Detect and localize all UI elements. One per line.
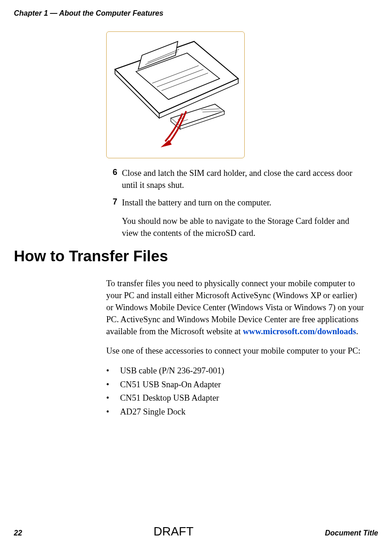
step-7: 7 Install the battery and turn on the co… [106, 197, 364, 209]
sim-card-figure [106, 31, 245, 158]
bullet-icon: • [106, 392, 120, 405]
section-heading: How to Transfer Files [14, 247, 378, 265]
microsoft-downloads-link[interactable]: www.microsoft.com/downloads [243, 327, 356, 336]
page-number: 22 [14, 529, 22, 537]
bullet-icon: • [106, 406, 120, 419]
page-header: Chapter 1 — About the Computer Features [14, 9, 378, 18]
step-number: 7 [106, 197, 117, 209]
step-number: 6 [106, 168, 117, 192]
page-footer: 22 DRAFT Document Title [14, 524, 378, 539]
step-follow-text: You should now be able to navigate to th… [122, 216, 364, 240]
sim-slot-illustration [110, 36, 241, 154]
para-text-post: . [356, 327, 358, 336]
list-item-label: CN51 USB Snap-On Adapter [120, 379, 221, 391]
document-title: Document Title [325, 529, 378, 537]
svg-line-3 [157, 69, 204, 87]
list-item-label: AD27 Single Dock [120, 406, 186, 419]
transfer-paragraph: To transfer files you need to physically… [106, 278, 364, 337]
microsd-card-icon [171, 104, 224, 129]
svg-line-2 [152, 66, 199, 83]
svg-line-4 [162, 73, 208, 90]
draft-watermark: DRAFT [153, 524, 193, 539]
list-item-label: CN51 Desktop USB Adapter [120, 392, 219, 405]
list-item: • AD27 Single Dock [106, 406, 364, 419]
bullet-icon: • [106, 379, 120, 391]
accessories-list: • USB cable (P/N 236-297-001) • CN51 USB… [106, 365, 364, 419]
list-item: • CN51 Desktop USB Adapter [106, 392, 364, 405]
accessories-intro: Use one of these accessories to connect … [106, 345, 364, 357]
list-item: • USB cable (P/N 236-297-001) [106, 365, 364, 378]
list-item: • CN51 USB Snap-On Adapter [106, 379, 364, 391]
list-item-label: USB cable (P/N 236-297-001) [120, 365, 224, 378]
bullet-icon: • [106, 365, 120, 378]
step-text: Install the battery and turn on the comp… [122, 197, 271, 209]
step-6: 6 Close and latch the SIM card holder, a… [106, 168, 364, 192]
figure-container [106, 31, 378, 158]
step-text: Close and latch the SIM card holder, and… [122, 168, 364, 192]
